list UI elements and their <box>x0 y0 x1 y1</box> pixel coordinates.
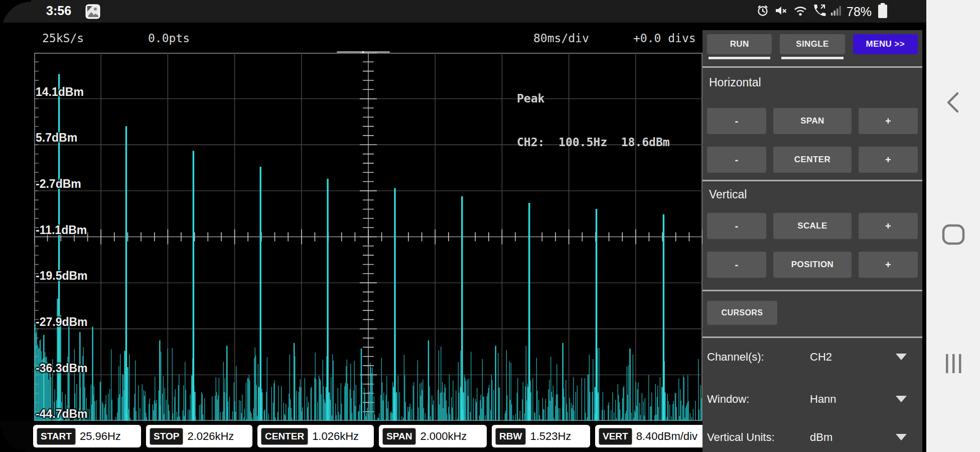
center-chip-value: 1.026kHz <box>312 430 359 443</box>
peak-readout-mode: Peak <box>517 91 670 106</box>
recents-button[interactable] <box>942 353 964 377</box>
rbw-chip[interactable]: RBW 1.523Hz <box>492 425 590 447</box>
y-axis-label: -19.5dBm <box>36 269 88 283</box>
back-button[interactable] <box>941 89 965 118</box>
vert-chip-value: 8.40dBm/div <box>636 430 697 443</box>
recents-icon <box>942 353 964 375</box>
menu-button-wrap: MENU >> <box>853 34 918 59</box>
span-control-row: - SPAN + <box>707 108 918 134</box>
run-button-wrap: RUN <box>707 34 772 59</box>
span-button[interactable]: SPAN <box>773 108 852 134</box>
gallery-notification-icon <box>85 4 100 21</box>
signal-icon <box>831 5 842 19</box>
phone-screen: 3:56 78% 25kS/s <box>0 0 980 452</box>
offset-divs: +0.0 divs <box>633 32 696 45</box>
y-axis-label: -27.9dBm <box>36 315 88 329</box>
status-bar: 3:56 78% <box>0 0 926 23</box>
y-axis-label: 14.1dBm <box>36 85 84 99</box>
single-indicator <box>781 57 843 59</box>
vertical-units-label: Vertical Units: <box>707 431 810 444</box>
separator <box>703 290 922 291</box>
scale-plus-button[interactable]: + <box>859 213 918 239</box>
menu-button[interactable]: MENU >> <box>853 34 918 54</box>
position-minus-button[interactable]: - <box>707 252 766 278</box>
y-axis-label: -2.7dBm <box>36 177 81 191</box>
center-minus-button[interactable]: - <box>707 147 766 173</box>
rbw-chip-value: 1.523Hz <box>530 430 571 443</box>
single-button[interactable]: SINGLE <box>780 34 845 54</box>
center-chip-label: CENTER <box>261 428 308 445</box>
center-plus-button[interactable]: + <box>859 147 918 173</box>
span-plus-button[interactable]: + <box>859 108 918 134</box>
time-per-div: 80ms/div <box>533 32 589 45</box>
status-icons: 78% <box>756 3 889 21</box>
scale-control-row: - SCALE + <box>707 213 918 239</box>
y-axis-label: -11.1dBm <box>36 223 87 237</box>
channel-select-row[interactable]: Channel(s): CH2 <box>707 349 918 366</box>
separator <box>703 180 922 181</box>
vert-chip[interactable]: VERT 8.40dBm/div <box>595 425 703 447</box>
y-axis-label: -36.3dBm <box>36 362 88 375</box>
window-select-label: Window: <box>707 393 810 406</box>
vert-chip-label: VERT <box>599 428 632 445</box>
scale-button[interactable]: SCALE <box>773 213 852 239</box>
wifi-icon <box>793 4 808 20</box>
navigation-bar <box>926 0 980 452</box>
center-control-row: - CENTER + <box>707 147 918 173</box>
measurement-bar: START 25.96Hz STOP 2.026kHz CENTER 1.026… <box>0 421 703 452</box>
channel-select-label: Channel(s): <box>707 351 810 364</box>
vertical-units-value: dBm <box>810 431 832 444</box>
peak-readout-value: CH2: 100.5Hz 18.6dBm <box>517 135 670 150</box>
cursors-button[interactable]: CURSORS <box>707 301 777 325</box>
center-button[interactable]: CENTER <box>773 147 852 173</box>
position-button[interactable]: POSITION <box>773 252 852 278</box>
span-minus-button[interactable]: - <box>707 108 766 134</box>
call-forward-icon <box>812 4 826 20</box>
alarm-icon <box>756 4 770 20</box>
span-chip-value: 2.000kHz <box>420 430 467 443</box>
battery-percent: 78% <box>847 5 872 19</box>
position-plus-button[interactable]: + <box>859 252 918 278</box>
battery-icon <box>876 2 889 21</box>
separator <box>703 336 922 338</box>
stop-chip[interactable]: STOP 2.026kHz <box>146 425 252 447</box>
vertical-section-title: Vertical <box>709 188 918 201</box>
stop-chip-value: 2.026kHz <box>187 430 234 443</box>
acquisition-bar: 25kS/s 0.0pts 80ms/div +0.0 divs <box>0 23 703 53</box>
measurement-chips: START 25.96Hz STOP 2.026kHz CENTER 1.026… <box>33 425 703 447</box>
peak-readout: Peak CH2: 100.5Hz 18.6dBm <box>517 62 670 179</box>
chevron-down-icon <box>896 396 907 402</box>
position-control-row: - POSITION + <box>707 252 918 278</box>
clock: 3:56 <box>46 4 71 18</box>
channel-select-value: CH2 <box>810 351 832 364</box>
window-select-row[interactable]: Window: Hann <box>707 391 918 408</box>
home-button[interactable] <box>941 223 966 248</box>
home-icon <box>941 223 966 246</box>
rbw-chip-label: RBW <box>495 428 526 445</box>
start-chip[interactable]: START 25.96Hz <box>33 425 141 447</box>
span-chip[interactable]: SPAN 2.000kHz <box>379 425 487 447</box>
control-panel: RUN SINGLE MENU >> Horizontal - SPAN + -… <box>703 30 922 452</box>
run-controls: RUN SINGLE MENU >> <box>707 34 918 59</box>
run-button[interactable]: RUN <box>707 34 772 54</box>
run-indicator <box>709 57 770 59</box>
window-select-value: Hann <box>810 393 836 406</box>
mute-icon <box>774 4 788 20</box>
y-axis-label: 5.7dBm <box>36 131 77 145</box>
points-readout: 0.0pts <box>148 32 190 45</box>
y-axis-label: -44.7dBm <box>36 407 88 421</box>
separator <box>703 66 922 68</box>
start-chip-label: START <box>37 428 76 445</box>
stop-chip-label: STOP <box>150 428 183 445</box>
vertical-units-select-row[interactable]: Vertical Units: dBm <box>707 429 918 446</box>
horizontal-section-title: Horizontal <box>709 76 918 89</box>
back-icon <box>941 89 965 116</box>
sample-rate: 25kS/s <box>42 32 84 45</box>
chevron-down-icon <box>896 354 907 360</box>
start-chip-value: 25.96Hz <box>80 430 121 443</box>
single-button-wrap: SINGLE <box>780 34 845 59</box>
span-chip-label: SPAN <box>382 428 416 445</box>
scale-minus-button[interactable]: - <box>707 213 766 239</box>
chevron-down-icon <box>896 434 907 440</box>
center-chip[interactable]: CENTER 1.026kHz <box>257 425 374 447</box>
